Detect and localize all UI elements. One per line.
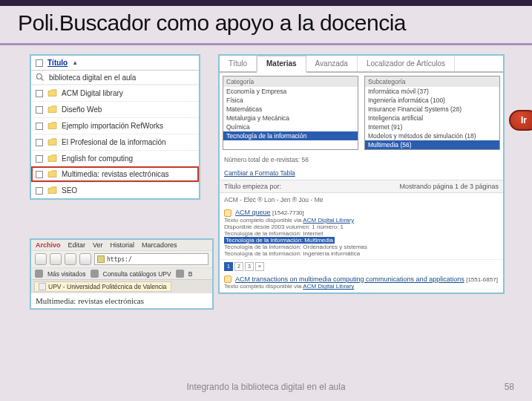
category-header: Categoría (223, 76, 358, 87)
subcategory-option[interactable]: Modelos y métodos de simulación (18) (365, 131, 499, 140)
browser-menubar: Archivo Editar Ver Historial Marcadores (31, 240, 212, 250)
search-icon (36, 73, 45, 82)
entry-availability: Texto completo disponible via ACM Digita… (224, 283, 499, 290)
row-checkbox[interactable] (36, 123, 43, 130)
category-option[interactable]: Química (223, 123, 358, 131)
menu-item[interactable]: Ver (93, 241, 103, 249)
entry-tag: Tecnología de la información: Ordenadore… (224, 244, 499, 250)
folder-row[interactable]: Ejemplo importación RefWorks (31, 117, 199, 134)
entry-since: Disponible desde 2003 volumen: 1 número:… (224, 224, 499, 230)
category-option[interactable]: Física (223, 96, 358, 105)
category-option[interactable]: Economía y Empresa (223, 87, 358, 96)
entry-title-link[interactable]: ACM queue (235, 209, 271, 216)
ejournal-icon (224, 209, 231, 217)
tab-localizador[interactable]: Localizador de Artículos (358, 56, 455, 71)
change-format-link[interactable]: Cambiar a Formato Tabla (224, 169, 295, 177)
subcategory-option[interactable]: Inteligencia artificial (365, 114, 499, 123)
entry-tag: Tecnología de la información: Ingeniería… (224, 250, 499, 257)
row-checkbox[interactable] (36, 171, 43, 178)
tab-materias[interactable]: Materias (257, 56, 306, 73)
folder-name: El Profesional de la información (62, 138, 166, 146)
page-3[interactable]: 3 (245, 262, 254, 271)
listing-page-info: Mostrando página 1 de 3 páginas (399, 183, 499, 190)
folder-name: ACM Digital library (62, 89, 123, 97)
browser-window: Archivo Editar Ver Historial Marcadores … (30, 238, 214, 310)
folder-name: English for computing (62, 154, 133, 163)
home-button[interactable] (79, 253, 91, 265)
page-1[interactable]: 1 (224, 262, 233, 271)
browser-tab[interactable]: UPV - Universidad Politécnica de Valenci… (34, 281, 171, 292)
row-checkbox[interactable] (36, 139, 43, 146)
column-header-title[interactable]: Título (47, 59, 68, 67)
subcategory-option[interactable]: Insurance Financial Systems (28) (365, 105, 499, 114)
page-heading: Multimedia: revistas electrónicas (31, 293, 212, 308)
folder-row[interactable]: English for computing (31, 150, 199, 166)
page-next[interactable]: » (255, 262, 264, 271)
bookmark-item[interactable]: Consulta catálogos UPV (103, 270, 171, 278)
subcategory-option[interactable]: Informática móvil (37) (365, 87, 499, 96)
reload-button[interactable] (65, 253, 76, 265)
bookmark-item[interactable]: Más visitados (47, 270, 86, 278)
category-option[interactable]: Matemáticas (223, 105, 358, 114)
back-button[interactable] (35, 253, 47, 265)
entry-issn: [1542-7730] (272, 209, 304, 216)
tab-avanzada[interactable]: Avanzada (306, 56, 358, 71)
folder-icon (47, 89, 57, 97)
folder-icon (47, 122, 57, 130)
category-option[interactable]: Tecnología de la información (223, 131, 358, 140)
menu-item[interactable]: Historial (111, 241, 135, 249)
subcategory-option[interactable]: Internet (91) (365, 123, 499, 131)
subcategory-listbox[interactable]: Subcategoría Informática móvil (37)Ingen… (364, 76, 500, 150)
subcategory-option[interactable]: Multimedia (56) (365, 140, 499, 149)
folder-list-panel: Título ▲ biblioteca digital en el aula A… (30, 54, 200, 200)
folder-row[interactable]: ACM Digital library (31, 85, 199, 101)
page-2[interactable]: 2 (234, 262, 243, 271)
catalog-panel: Título Materias Avanzada Localizador de … (218, 54, 505, 294)
folder-icon (47, 186, 57, 195)
provider-link[interactable]: ACM Digital Library (303, 217, 354, 224)
folder-row[interactable]: Multimedia: revistas electrónicas (31, 166, 199, 182)
tab-titulo[interactable]: Título (220, 56, 257, 71)
row-checkbox[interactable] (36, 187, 43, 195)
category-listbox[interactable]: Categoría Economía y EmpresaFísicaMatemá… (223, 76, 358, 150)
folder-name: SEO (62, 186, 77, 195)
bookmark-item[interactable]: B (188, 270, 193, 278)
sort-arrow-icon[interactable]: ▲ (72, 59, 78, 66)
page-title: Poli.Buscador como apoyo a la docencia (18, 10, 514, 36)
footer-center: Integrando la biblioteca digital en el a… (186, 382, 345, 392)
subcategory-header: Subcategoría (365, 76, 499, 87)
forward-button[interactable] (50, 253, 62, 265)
category-option[interactable]: Metalurgia y Mecánica (223, 114, 358, 123)
folder-row[interactable]: Diseño Web (31, 101, 199, 117)
folder-icon (47, 105, 57, 114)
address-bar[interactable]: https:/ (94, 253, 208, 265)
menu-item[interactable]: Archivo (36, 241, 61, 249)
menu-item[interactable]: Editar (68, 241, 86, 249)
go-button[interactable]: Ir (509, 110, 532, 131)
bookmark-icon (91, 270, 99, 278)
folder-icon (47, 154, 57, 163)
folder-row[interactable]: El Profesional de la información (31, 134, 199, 150)
search-row: biblioteca digital en el aula (31, 71, 199, 85)
ejournal-icon (224, 276, 231, 283)
result-entry: ACM transactions on multimedia computing… (220, 273, 503, 293)
subcategory-option[interactable]: Ingeniería informática (100) (365, 96, 499, 105)
row-checkbox[interactable] (36, 155, 43, 163)
row-checkbox[interactable] (36, 90, 43, 97)
select-all-checkbox[interactable] (36, 59, 43, 67)
bookmark-icon (176, 270, 184, 278)
alpha-nav[interactable]: ACM - Elec ® Lon - Jen ® Jou - Me (220, 193, 503, 206)
provider-link[interactable]: ACM Digital Library (303, 283, 354, 290)
folder-name: Diseño Web (62, 105, 102, 114)
row-checkbox[interactable] (36, 106, 43, 114)
folder-row[interactable]: SEO (31, 182, 199, 198)
entry-title-link[interactable]: ACM transactions on multimedia computing… (235, 276, 464, 283)
menu-item[interactable]: Marcadores (142, 241, 177, 249)
folder-name: Multimedia: revistas electrónicas (62, 170, 169, 178)
folder-icon (47, 138, 57, 146)
result-entry: ACM queue [1542-7730] Texto completo dis… (220, 206, 503, 260)
listing-left-label: Título empieza por: (224, 183, 281, 190)
search-text: biblioteca digital en el aula (49, 74, 136, 82)
bookmark-icon (35, 270, 43, 278)
tab-favicon-icon (39, 283, 46, 290)
